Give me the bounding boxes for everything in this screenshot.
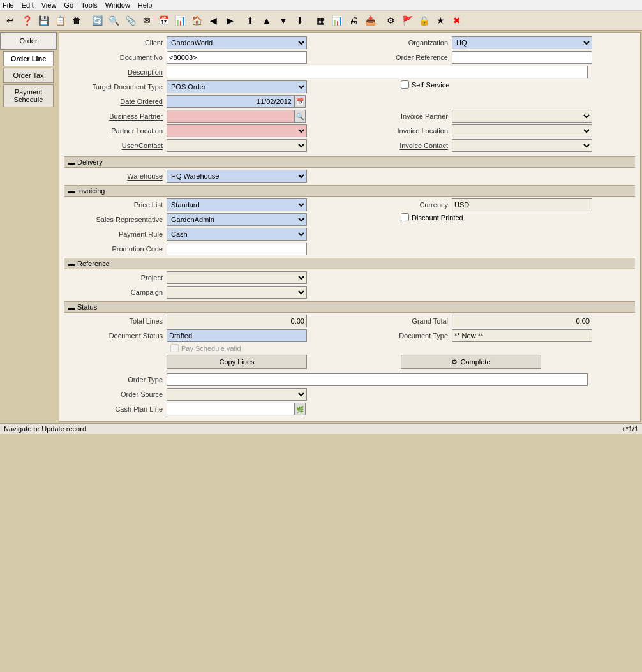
first-record-icon[interactable]: ⬆ [243,13,258,28]
refresh-icon[interactable]: 🔄 [89,13,105,28]
home-icon[interactable]: 🏠 [189,13,204,28]
sidebar-tab-payment-schedule[interactable]: Payment Schedule [3,84,53,107]
help-icon[interactable]: ❓ [19,13,34,28]
complete-label: Complete [460,358,490,366]
warehouse-label: Warehouse [64,172,167,180]
settings-icon[interactable]: ⚙ [383,13,398,28]
date-picker-icon[interactable]: 📅 [294,95,306,108]
invoice-contact-select[interactable] [452,139,592,152]
flag-red-icon[interactable]: 🚩 [399,13,415,28]
sidebar-order[interactable]: Order [0,32,57,50]
lock-icon[interactable]: 🔒 [416,13,431,28]
project-select[interactable] [167,271,307,284]
print-icon[interactable]: 🖨 [346,13,361,28]
report-icon[interactable]: 📊 [172,13,188,28]
payment-rule-select[interactable]: Cash [167,228,307,241]
status-collapse-btn[interactable]: ▬ [68,304,75,311]
copy-record-icon[interactable]: 📋 [52,13,68,28]
copy-lines-button[interactable]: Copy Lines [167,355,307,369]
partner-location-select[interactable] [167,124,307,137]
grand-total-label: Grand Total [350,317,452,325]
invoice-location-select[interactable] [452,124,592,137]
client-select[interactable]: GardenWorld [167,36,307,49]
self-service-checkbox-container: Self-Service [401,80,449,89]
discount-printed-container: Discount Printed [401,213,463,221]
reference-collapse-btn[interactable]: ▬ [68,260,75,267]
discount-printed-checkbox[interactable] [401,213,409,221]
last-record-icon[interactable]: ⬇ [292,13,308,28]
description-label: Description [64,68,167,76]
find-icon[interactable]: 🔍 [106,13,121,28]
next-icon[interactable]: ▶ [222,13,237,28]
campaign-select[interactable] [167,286,307,299]
sales-rep-select[interactable]: GardenAdmin [167,213,307,226]
attach-icon[interactable]: 📎 [123,13,138,28]
organization-select[interactable]: HQ [452,36,592,49]
cash-plan-line-lookup-icon[interactable]: 🌿 [294,403,306,415]
cash-plan-line-input[interactable] [167,403,294,415]
menu-edit[interactable]: Edit [22,1,34,9]
menu-file[interactable]: File [3,1,14,9]
discount-printed-label: Discount Printed [412,214,463,221]
delete-icon[interactable]: 🗑 [69,13,84,28]
status-message: Navigate or Update record [4,425,86,433]
sidebar-tab-order-tax[interactable]: Order Tax [3,68,53,83]
organization-label: Organization [350,39,452,47]
warehouse-select[interactable]: HQ Warehouse [167,170,307,183]
invoice-contact-label: Invoice Contact [350,142,452,149]
business-partner-label: Business Partner [64,112,167,120]
currency-label: Currency [350,201,452,209]
chart-icon[interactable]: 📊 [329,13,345,28]
invoice-partner-select[interactable] [452,110,592,123]
payment-rule-label: Payment Rule [64,230,167,238]
email-icon[interactable]: ✉ [139,13,154,28]
grid-view-icon[interactable]: ▦ [313,13,328,28]
reference-section-header: ▬ Reference [64,258,635,269]
prev-icon[interactable]: ◀ [205,13,221,28]
statusbar: Navigate or Update record +*1/1 [0,423,642,434]
total-lines-input [167,315,307,327]
order-reference-input[interactable] [452,51,592,64]
document-status-input [167,329,307,342]
user-contact-select[interactable] [167,139,307,152]
gear-icon: ⚙ [451,358,458,366]
menu-tools[interactable]: Tools [81,1,98,9]
delivery-section-label: Delivery [77,158,103,166]
invoicing-section-label: Invoicing [77,187,105,195]
target-doc-type-select[interactable]: POS Order [167,80,307,93]
document-no-input[interactable] [167,51,307,64]
menu-window[interactable]: Window [105,1,130,9]
close-icon[interactable]: ✖ [449,13,465,28]
order-type-input[interactable] [167,373,588,386]
invoicing-collapse-btn[interactable]: ▬ [68,188,75,195]
calendar-icon[interactable]: 📅 [156,13,171,28]
promotion-code-input[interactable] [167,243,307,255]
order-type-label: Order Type [64,376,167,384]
order-source-select[interactable] [167,388,307,401]
delivery-collapse-btn[interactable]: ▬ [68,159,75,166]
date-ordered-input[interactable] [167,95,294,108]
sidebar: Order Order Line Order Tax Payment Sched… [0,31,57,423]
promotion-code-label: Promotion Code [64,245,167,253]
price-list-select[interactable]: Standard [167,198,307,211]
complete-button[interactable]: ⚙ Complete [401,355,541,369]
sales-rep-label: Sales Representative [64,216,167,223]
business-partner-lookup-icon[interactable]: 🔍 [294,110,306,123]
business-partner-input[interactable] [167,110,294,123]
description-input[interactable] [167,66,588,78]
menu-help[interactable]: Help [138,1,153,9]
export-icon[interactable]: 📤 [362,13,378,28]
menu-view[interactable]: View [41,1,57,9]
menu-go[interactable]: Go [64,1,73,9]
back-icon[interactable]: ↩ [3,13,18,28]
delivery-section-header: ▬ Delivery [64,156,635,168]
invoice-partner-label: Invoice Partner [350,112,452,120]
self-service-label: Self-Service [412,81,449,89]
save-icon[interactable]: 💾 [36,13,51,28]
down-icon[interactable]: ▼ [276,13,291,28]
self-service-checkbox[interactable] [401,80,409,89]
up-icon[interactable]: ▲ [259,13,274,28]
star-icon[interactable]: ★ [433,13,448,28]
sidebar-tab-order-line[interactable]: Order Line [3,51,53,66]
order-reference-label: Order Reference [350,54,452,61]
